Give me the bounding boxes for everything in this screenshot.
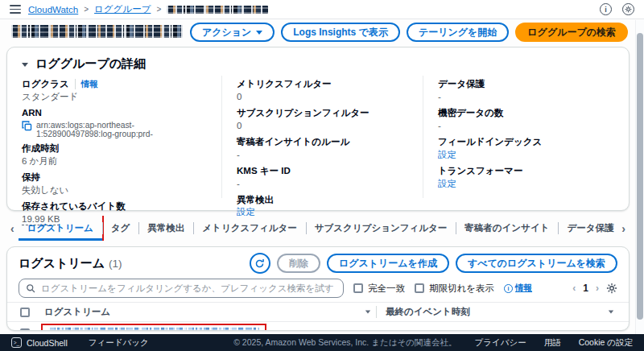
tab-metric-filters[interactable]: メトリクスフィルター <box>193 216 305 241</box>
sort-caret-icon[interactable] <box>365 311 370 314</box>
tabs-scroll-right-icon[interactable]: › <box>617 216 630 241</box>
tab-contributor-insights[interactable]: 寄稿者のインサイト <box>456 216 558 241</box>
gear-icon[interactable] <box>622 3 634 15</box>
column-header-last-event-time[interactable]: 最終のイベント時刻 <box>386 306 470 318</box>
tab-data-protection[interactable]: データ保護 <box>558 216 617 241</box>
pagination: ‹ 1 › <box>572 283 617 294</box>
refresh-icon <box>254 258 265 269</box>
field-label: データ保護 <box>438 78 485 90</box>
filter-row: 完全一致 期限切れを表示 i 情報 ‹ 1 › <box>7 278 629 298</box>
field-value: 6 か月前 <box>22 155 207 167</box>
hamburger-menu-icon[interactable] <box>10 5 21 13</box>
details-column-3: データ保護 - 機密データの数 - フィールドインデックス 設定 トランスフォー… <box>423 76 629 198</box>
cloudshell-label: CloudShell <box>27 338 68 348</box>
start-tailing-button[interactable]: テーリングを開始 <box>407 23 509 42</box>
field-label: KMS キー ID <box>237 165 291 177</box>
checkbox-icon[interactable] <box>353 283 363 293</box>
field-field-indexes: フィールドインデックス 設定 <box>438 136 614 161</box>
breadcrumb-redacted-log-group-name <box>167 6 268 14</box>
create-log-stream-button[interactable]: ログストリームを作成 <box>327 254 449 273</box>
top-navigation-bar: CloudWatch > ロググループ > i <box>0 0 644 19</box>
actions-dropdown-button[interactable]: アクション <box>190 23 275 42</box>
console-footer: >_ CloudShell フィードバック © 2025, Amazon Web… <box>0 334 644 351</box>
field-label: 異常検出 <box>237 194 274 206</box>
field-label: サブスクリプションフィルター <box>237 107 369 119</box>
field-data-protection: データ保護 - <box>438 78 614 103</box>
field-label: 保存されているバイト数 <box>22 200 126 213</box>
select-all-checkbox[interactable] <box>20 308 30 317</box>
privacy-link[interactable]: プライバシー <box>474 337 526 349</box>
info-link[interactable]: 情報 <box>75 79 98 90</box>
breadcrumb-link-log-groups[interactable]: ロググループ <box>94 3 151 15</box>
log-stream-table-row: 2024-08-29 10:38:06 (UTC) <box>7 322 629 331</box>
log-stream-filter-input[interactable] <box>19 279 344 298</box>
show-expired-checkbox[interactable]: 期限切れを表示 <box>415 283 494 295</box>
row-checkbox[interactable] <box>20 328 30 332</box>
field-label: メトリクスフィルター <box>237 78 331 90</box>
cookie-preferences-link[interactable]: Cookie の設定 <box>579 337 633 349</box>
field-value: 0 <box>237 120 408 132</box>
delete-button[interactable]: 削除 <box>277 254 320 273</box>
details-column-2: メトリクスフィルター 0 サブスクリプションフィルター 0 寄稿者インサイトのル… <box>221 76 423 198</box>
table-header-row: ログストリーム 最終のイベント時刻 <box>7 302 629 322</box>
annotation-box-stream-name <box>41 324 266 331</box>
field-arn: ARN arn:aws:logs:ap-northeast-1:52890049… <box>22 107 207 138</box>
field-label: 機密データの数 <box>438 107 503 119</box>
field-contributor-insights-rules: 寄稿者インサイトのルール - <box>237 136 408 161</box>
column-header-log-stream[interactable]: ログストリーム <box>44 306 110 318</box>
last-event-time-value: 2024-08-29 10:38:06 (UTC) <box>438 328 551 332</box>
checkbox-icon[interactable] <box>415 283 424 293</box>
exact-match-checkbox[interactable]: 完全一致 <box>353 283 405 295</box>
info-icon[interactable]: i <box>600 3 612 15</box>
search-all-log-streams-button[interactable]: すべてのログストリームを検索 <box>456 254 617 273</box>
field-value: arn:aws:logs:ap-northeast-1:528900497898… <box>36 121 207 138</box>
field-label: 作成時刻 <box>22 142 59 155</box>
search-icon <box>26 283 35 293</box>
log-group-details-card: ロググループの詳細 ログクラス情報 スタンダード ARN arn:aws:log… <box>6 47 630 211</box>
show-expired-label: 期限切れを表示 <box>429 283 494 295</box>
info-label: 情報 <box>515 283 532 294</box>
cloudshell-button[interactable]: >_ CloudShell <box>11 337 68 348</box>
log-streams-title: ログストリーム <box>19 256 105 271</box>
actions-label: アクション <box>202 26 251 39</box>
field-creation-time: 作成時刻 6 か月前 <box>22 142 207 167</box>
field-value: - <box>438 91 614 103</box>
field-anomaly-detection: 異常検出 設定 <box>237 194 408 219</box>
copyright-text: © 2025, Amazon Web Services, Inc. またはその関… <box>233 337 456 349</box>
field-label: ARN <box>22 107 42 119</box>
field-kms-key-id: KMS キー ID - <box>237 165 408 190</box>
tab-subscription-filters[interactable]: サブスクリプションフィルター <box>306 216 456 241</box>
cloudwatch-log-group-page: CloudWatch > ロググループ > i アクション Logs Insig… <box>0 0 644 351</box>
configure-link[interactable]: 設定 <box>438 149 614 161</box>
redacted-log-stream-link[interactable] <box>48 328 259 331</box>
info-circle-icon: i <box>504 284 513 293</box>
field-value: - <box>237 149 408 161</box>
details-column-1: ログクラス情報 スタンダード ARN arn:aws:logs:ap-north… <box>7 76 221 198</box>
vertical-scrollbar[interactable] <box>635 20 644 334</box>
sort-caret-icon[interactable] <box>609 311 613 314</box>
field-label: フィールドインデックス <box>438 136 542 148</box>
search-log-group-button[interactable]: ロググループの検索 <box>515 23 628 42</box>
info-link[interactable]: i 情報 <box>504 283 532 294</box>
refresh-button[interactable] <box>250 253 270 274</box>
tabs-scroll-left-icon[interactable]: ‹ <box>6 216 19 241</box>
page-number[interactable]: 1 <box>583 283 588 294</box>
view-in-logs-insights-button[interactable]: Logs Insights で表示 <box>281 23 400 42</box>
page-title-redacted-log-group-name <box>11 25 183 38</box>
gear-glyph <box>625 6 632 13</box>
table-settings-gear-icon[interactable] <box>606 283 617 294</box>
page-next-icon[interactable]: › <box>596 283 599 294</box>
configure-link[interactable]: 設定 <box>438 178 614 190</box>
copy-icon[interactable] <box>22 121 32 131</box>
scrollbar-thumb[interactable] <box>637 33 643 320</box>
tab-tags[interactable]: タグ <box>102 216 139 241</box>
field-log-class: ログクラス情報 スタンダード <box>22 78 207 103</box>
breadcrumb-link-cloudwatch[interactable]: CloudWatch <box>28 5 78 14</box>
terms-link[interactable]: 用語 <box>544 337 561 349</box>
collapse-caret-icon[interactable] <box>22 63 28 67</box>
page-previous-icon[interactable]: ‹ <box>572 283 576 294</box>
field-label: ログクラス <box>22 78 69 90</box>
feedback-link[interactable]: フィードバック <box>89 337 149 349</box>
tab-anomaly-detection[interactable]: 異常検出 <box>138 216 193 241</box>
tab-log-streams[interactable]: ログストリーム <box>19 216 102 241</box>
